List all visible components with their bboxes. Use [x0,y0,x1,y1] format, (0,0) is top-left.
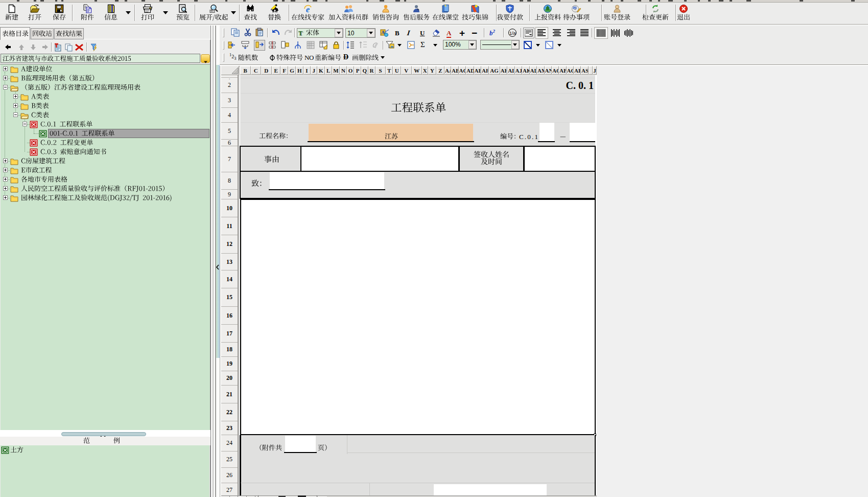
svg-text:DVD: DVD [572,7,578,10]
svg-text:T: T [298,30,302,37]
svg-text:1/a: 1/a [509,31,516,36]
svg-text:e: e [306,5,310,14]
